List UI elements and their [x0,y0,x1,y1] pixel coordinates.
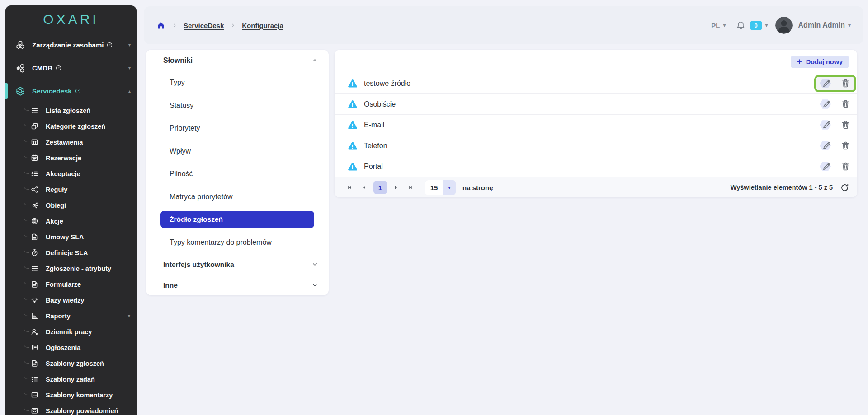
sidebar-item-umowy-sla[interactable]: Umowy SLA [5,229,137,245]
sidebar-item-label: Zgłoszenie - atrybuty [46,265,111,272]
sidebar-item-rezerwacje[interactable]: Rezerwacje [5,150,137,166]
trash-icon [841,99,850,109]
config-item-wpływ[interactable]: Wpływ [146,140,329,163]
chevron-down-icon [312,261,318,267]
sources-rows: testowe źródłoOsobiścieE-mailTelefonPort… [335,73,857,177]
delete-button[interactable] [840,78,851,89]
config-item-label: Źródło zgłoszeń [160,211,314,228]
row-actions [821,94,851,114]
edit-button[interactable] [821,140,832,151]
delete-button[interactable] [840,161,851,172]
last-page-button[interactable] [407,184,414,191]
edit-button[interactable] [821,99,832,110]
sidebar-item-dziennik-pracy[interactable]: Dziennik pracy [5,324,137,340]
previous-page-button[interactable] [361,184,368,191]
config-item-źródło-zgłoszeń[interactable]: Źródło zgłoszeń [146,208,329,231]
breadcrumb-link-konfiguracja[interactable]: Konfiguracja [242,22,283,29]
section-slowniki[interactable]: Słowniki [146,50,329,71]
sidebar-item-label: Zestawienia [46,139,83,146]
delete-button[interactable] [840,99,851,110]
sidebar-item-szablony-komentarzy[interactable]: Szablony komentarzy [5,387,137,403]
sidebar-item-lista-zgłoszeń[interactable]: Lista zgłoszeń [5,103,137,118]
share-icon [31,186,38,193]
calendar-icon [31,154,38,162]
sidebar-item-label: Zarządzanie zasobami [32,41,104,49]
sidebar-item-formularze[interactable]: Formularze [5,276,137,292]
config-item-label: Statusy [170,102,193,110]
chevron-up-icon [312,57,318,63]
sidebar-item-kategorie-zgłoszeń[interactable]: Kategorie zgłoszeń [5,118,137,134]
refresh-icon[interactable] [840,183,849,192]
config-item-pilność[interactable]: Pilność [146,163,329,186]
config-item-label: Typy [170,79,185,87]
config-item-label: Matryca priorytetów [170,193,233,201]
section-inne[interactable]: Inne [146,275,329,295]
sidebar-item-raporty[interactable]: Raporty▾ [5,308,137,324]
sidebar-item-reguły[interactable]: Reguły [5,182,137,197]
config-item-statusy[interactable]: Statusy [146,94,329,117]
breadcrumb-link-servicedesk[interactable]: ServiceDesk [184,22,224,29]
section-label: Słowniki [163,56,312,65]
sidebar-item-label: Szablony zadań [46,376,95,383]
config-item-priorytety[interactable]: Priorytety [146,117,329,140]
current-page[interactable]: 1 [373,181,387,194]
avatar[interactable] [775,17,793,34]
add-new-button[interactable]: + Dodaj nowy [791,56,849,68]
sidebar-item-servicedesk[interactable]: Servicedesk▴ [5,79,137,103]
sidebar-item-szablony-zadań[interactable]: Szablony zadań [5,371,137,387]
list-icon [31,107,38,114]
page-size-select[interactable]: 15 ▾ [425,180,456,195]
row-actions [821,135,851,156]
config-item-typy-komentarzy-do-problemów[interactable]: Typy komentarzy do problemów [146,231,329,254]
topbar-right: PL ▾ 0 ▾ Admin Admin ▾ [711,17,851,34]
sidebar-item-label: Raporty [46,312,71,320]
config-item-typy[interactable]: Typy [146,71,329,94]
sidebar-item-akceptacje[interactable]: Akceptacje [5,166,137,182]
edit-button[interactable] [821,120,832,131]
copy-icon [31,122,38,130]
sidebar-item-zarządzanie-zasobami[interactable]: Zarządzanie zasobami▾ [5,33,137,56]
sidebar-item-label: Lista zgłoszeń [46,107,90,114]
chevron-right-icon [230,23,236,28]
sidebar-item-zgłoszenie-atrybuty[interactable]: Zgłoszenie - atrybuty [5,261,137,276]
edit-button[interactable] [821,161,832,172]
first-page-button[interactable] [346,184,354,191]
section-label: Inne [163,281,312,289]
sidebar-item-szablony-powiadomień[interactable]: Szablony powiadomień [5,403,137,415]
warning-icon [348,100,357,109]
config-item-label: Priorytety [170,124,200,132]
home-icon[interactable] [156,21,165,30]
plus-icon: + [797,57,802,65]
user-menu[interactable]: Admin Admin [798,21,845,29]
pencil-icon [822,141,831,150]
source-row-osobiście: Osobiście [335,94,857,115]
sidebar-item-definicje-sla[interactable]: Definicje SLA [5,245,137,261]
sidebar-item-ogłoszenia[interactable]: Ogłoszenia [5,340,137,355]
list-icon [31,265,38,272]
language-selector[interactable]: PL [711,22,720,29]
sidebar-item-cmdb[interactable]: CMDB▾ [5,56,137,79]
config-item-matryca-priorytetów[interactable]: Matryca priorytetów [146,186,329,209]
sidebar-item-akcje[interactable]: Akcje [5,213,137,229]
sidebar-item-bazy-wiedzy[interactable]: Bazy wiedzy [5,292,137,308]
document-icon [31,280,38,288]
checklist-icon [31,170,38,177]
chevron-down-icon: ▾ [848,22,851,28]
source-label: Osobiście [364,100,396,108]
section-interfejs-uzytkownika[interactable]: Interfejs użytkownika [146,254,329,275]
gauge-icon [75,88,81,94]
workflow-icon [31,201,38,209]
edit-button[interactable] [821,78,832,89]
bell-icon[interactable] [736,21,745,30]
sidebar-item-obiegi[interactable]: Obiegi [5,197,137,213]
sidebar-item-zestawienia[interactable]: Zestawienia [5,134,137,150]
sidebar-item-szablony-zgłoszeń[interactable]: Szablony zgłoszeń [5,355,137,371]
delete-button[interactable] [840,140,851,151]
person-icon [31,328,38,336]
source-label: testowe źródło [364,79,410,88]
next-page-button[interactable] [392,184,400,191]
row-actions [821,156,851,177]
notification-badge[interactable]: 0 [750,21,762,30]
delete-button[interactable] [840,120,851,131]
hexagons-icon [15,40,25,50]
